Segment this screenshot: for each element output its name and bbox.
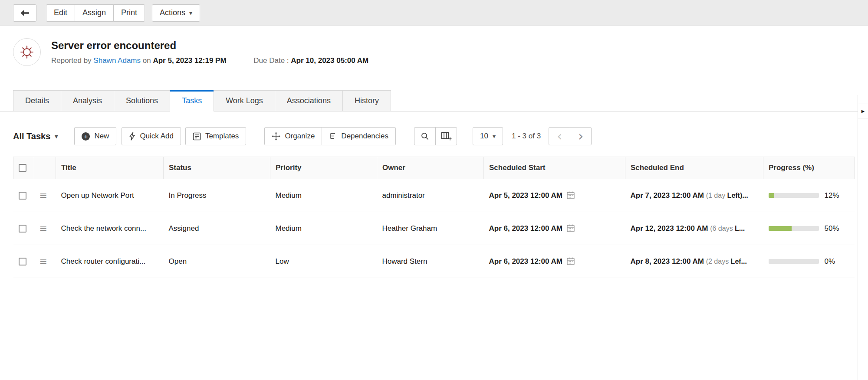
table-header-row: Title Status Priority Owner Scheduled St…: [13, 157, 855, 179]
plus-icon: +: [82, 132, 90, 141]
chevron-down-icon: ▾: [493, 133, 496, 139]
chevron-down-icon: ▾: [189, 10, 192, 16]
organize-button[interactable]: Organize: [264, 127, 322, 145]
search-icon: [421, 132, 429, 141]
previous-page-button[interactable]: ‹: [549, 127, 570, 145]
task-title-link[interactable]: Check the network conn...: [61, 224, 147, 233]
task-owner: Heather Graham: [382, 224, 437, 233]
row-checkbox[interactable]: [19, 192, 26, 200]
column-chooser-button[interactable]: [435, 127, 457, 145]
column-header-progress[interactable]: Progress (%): [763, 157, 855, 179]
progress-label: 12%: [825, 191, 839, 200]
templates-button[interactable]: Templates: [185, 127, 246, 145]
days-left-note: (6 days: [710, 225, 735, 232]
calendar-icon[interactable]: [566, 191, 575, 200]
task-status: Assigned: [169, 224, 199, 233]
select-all-checkbox[interactable]: [19, 164, 26, 172]
lightning-icon: [129, 132, 135, 141]
task-filter-label: All Tasks: [13, 131, 50, 141]
scheduled-start-value: Apr 6, 2023 12:00 AM: [489, 257, 562, 265]
quick-add-label: Quick Add: [140, 132, 174, 141]
next-page-button[interactable]: ›: [570, 127, 592, 145]
scheduled-end-value: Apr 8, 2023 12:00 AM: [631, 257, 704, 265]
reported-by-label: Reported by: [51, 56, 92, 65]
scheduled-end-value: Apr 12, 2023 12:00 AM: [631, 224, 708, 233]
calendar-icon[interactable]: [566, 257, 575, 265]
task-table-body: ≡ Open up Network Port In Progress Mediu…: [13, 179, 855, 278]
task-title-link[interactable]: Check router configurati...: [61, 257, 146, 265]
table-row: ≡ Check router configurati... Open Low H…: [13, 245, 855, 278]
template-icon: [193, 132, 201, 141]
print-button[interactable]: Print: [113, 4, 145, 22]
task-filter-dropdown[interactable]: All Tasks ▾: [13, 131, 58, 141]
column-header-scheduled-end[interactable]: Scheduled End: [625, 157, 763, 179]
task-owner: administrator: [382, 191, 425, 200]
column-header-status[interactable]: Status: [164, 157, 270, 179]
task-priority: Medium: [276, 191, 302, 200]
dependencies-button[interactable]: Dependencies: [322, 127, 396, 145]
tab-bar: DetailsAnalysisSolutionsTasksWork LogsAs…: [0, 90, 868, 111]
tab-work-logs[interactable]: Work Logs: [214, 90, 275, 111]
right-panel-toggle[interactable]: ▸: [858, 104, 868, 118]
tab-solutions[interactable]: Solutions: [114, 90, 170, 111]
task-priority: Low: [276, 257, 289, 265]
chevron-right-icon: ›: [578, 130, 583, 143]
action-button-group: Edit Assign Print: [46, 4, 145, 22]
new-task-button[interactable]: + New: [74, 127, 116, 145]
drag-handle-icon[interactable]: ≡: [39, 223, 47, 234]
days-left-note: (1 day: [706, 192, 727, 199]
calendar-icon[interactable]: [566, 224, 575, 233]
column-header-priority[interactable]: Priority: [270, 157, 377, 179]
back-button[interactable]: [13, 4, 36, 22]
page-size-dropdown[interactable]: 10 ▾: [473, 127, 503, 145]
progress-fill: [769, 226, 792, 231]
reported-date: Apr 5, 2023 12:19 PM: [153, 56, 226, 65]
tasks-panel: All Tasks ▾ + New Quick Add Templates: [0, 127, 868, 278]
top-toolbar: Edit Assign Print Actions ▾: [0, 0, 868, 26]
ticket-header: Server error encountered Reported by Sha…: [0, 26, 868, 66]
progress-bar: [769, 193, 819, 198]
row-checkbox[interactable]: [19, 258, 26, 265]
due-date-label: Due Date :: [253, 56, 289, 65]
scheduled-end-value: Apr 7, 2023 12:00 AM: [631, 191, 704, 200]
task-owner: Howard Stern: [382, 257, 427, 265]
back-arrow-icon: [20, 9, 30, 17]
column-header-owner[interactable]: Owner: [377, 157, 484, 179]
search-group: [414, 127, 457, 145]
actions-label: Actions: [160, 8, 185, 17]
edit-button[interactable]: Edit: [46, 4, 75, 22]
tab-associations[interactable]: Associations: [275, 90, 343, 111]
tasks-toolbar: All Tasks ▾ + New Quick Add Templates: [13, 127, 854, 145]
due-date-value: Apr 10, 2023 05:00 AM: [291, 56, 368, 65]
move-icon: [272, 132, 280, 141]
days-left-note-bold: Left)...: [727, 192, 748, 199]
table-columns-icon: [441, 132, 452, 141]
assign-button[interactable]: Assign: [75, 4, 114, 22]
row-checkbox[interactable]: [19, 225, 26, 233]
on-label: on: [143, 56, 151, 65]
search-button[interactable]: [414, 127, 436, 145]
actions-dropdown-button[interactable]: Actions ▾: [152, 4, 200, 22]
task-title-link[interactable]: Open up Network Port: [61, 191, 134, 200]
task-priority: Medium: [276, 224, 302, 233]
tab-history[interactable]: History: [342, 90, 391, 111]
tab-tasks[interactable]: Tasks: [170, 90, 214, 111]
column-header-scheduled-start[interactable]: Scheduled Start: [484, 157, 625, 179]
page-title: Server error encountered: [51, 39, 368, 52]
quick-add-button[interactable]: Quick Add: [122, 127, 181, 145]
scheduled-start-value: Apr 6, 2023 12:00 AM: [489, 224, 562, 233]
progress-bar: [769, 226, 819, 231]
progress-fill: [769, 193, 775, 198]
drag-handle-icon[interactable]: ≡: [39, 256, 47, 267]
task-status: In Progress: [169, 191, 207, 200]
drag-handle-icon[interactable]: ≡: [39, 190, 47, 201]
tab-analysis[interactable]: Analysis: [61, 90, 114, 111]
reporter-link[interactable]: Shawn Adams: [93, 56, 141, 65]
bug-icon: [20, 45, 34, 59]
drag-column-header: [34, 157, 56, 179]
right-panel-rail: ▸: [858, 95, 868, 380]
column-header-title[interactable]: Title: [56, 157, 164, 179]
pagination-group: ‹ ›: [549, 127, 592, 145]
tab-details[interactable]: Details: [13, 90, 61, 111]
days-left-note: (2 days: [706, 258, 731, 265]
